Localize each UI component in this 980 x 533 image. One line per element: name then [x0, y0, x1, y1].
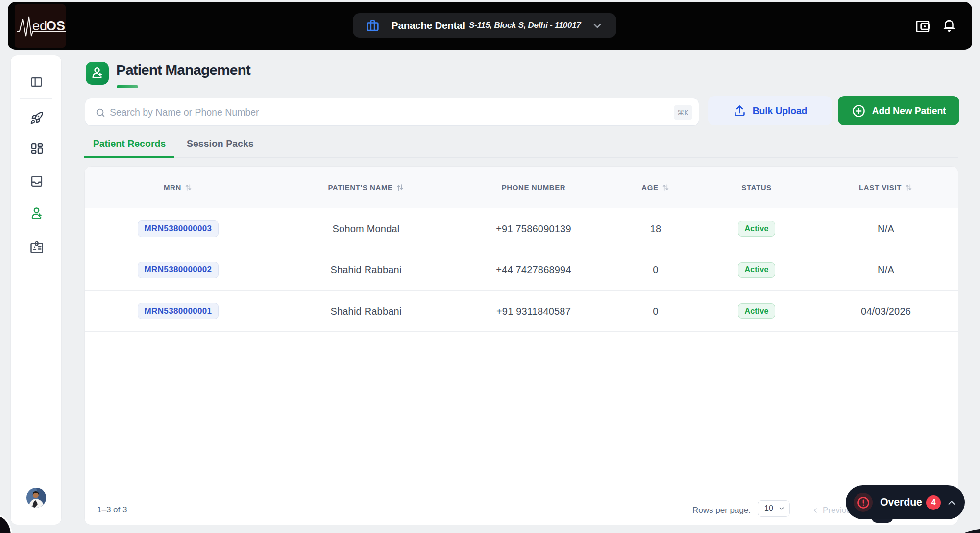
svg-text:OS: OS [46, 19, 65, 33]
svg-text:ed: ed [32, 19, 47, 33]
